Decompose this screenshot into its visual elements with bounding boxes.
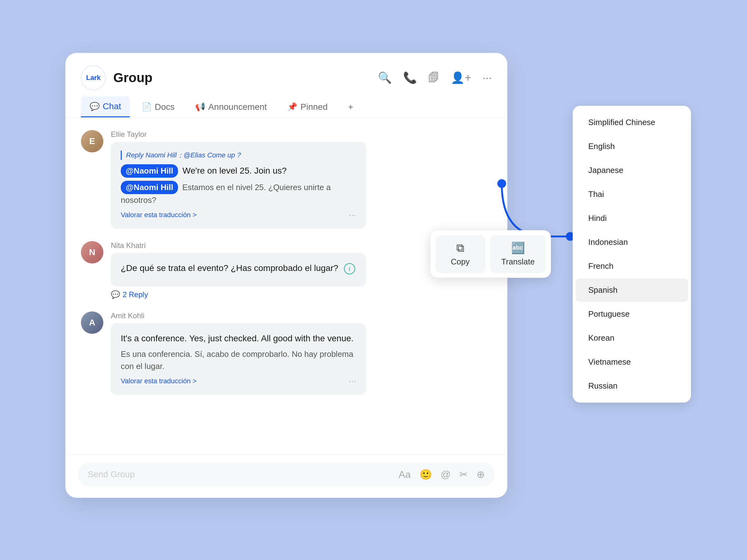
translate-button[interactable]: 🔤 Translate — [490, 235, 546, 273]
header-icons: 🔍 📞 🗐 👤+ ··· — [378, 71, 492, 84]
reply-icon: 💬 — [111, 290, 120, 299]
bubble-ellie: Reply Naomi Hill：@Elias Come up？ @Naomi … — [111, 142, 366, 229]
dots-menu-amit[interactable]: ··· — [349, 376, 356, 386]
tab-plus[interactable]: + — [340, 97, 362, 117]
avatar-amit: A — [81, 312, 103, 334]
valorar-link-amit[interactable]: Valorar esta traducción > — [121, 377, 197, 385]
message-line1-ellie: @Naomi Hill We're on level 25. Join us? — [121, 164, 356, 178]
tab-pinned[interactable]: 📌 Pinned — [279, 97, 336, 117]
lang-item-hindi[interactable]: Hindi — [576, 207, 688, 230]
valorar-link-ellie[interactable]: Valorar esta traducción > — [121, 211, 197, 219]
scissors-icon[interactable]: ✂ — [459, 469, 468, 480]
message-content-amit: Amit Kohli It's a conference. Yes, just … — [111, 312, 492, 395]
mention-naomi-1: @Naomi Hill — [121, 164, 178, 178]
dots-menu-ellie[interactable]: ··· — [349, 210, 356, 220]
lark-logo: Lark — [81, 65, 106, 90]
lang-item-thai[interactable]: Thai — [576, 183, 688, 206]
emoji-icon[interactable]: 🙂 — [419, 469, 432, 480]
lang-item-vietnamese[interactable]: Vietnamese — [576, 350, 688, 374]
tab-chat[interactable]: 💬 Chat — [81, 97, 130, 117]
input-icons: Aa 🙂 @ ✂ ⊕ — [398, 469, 485, 480]
message-text-amit: It's a conference. Yes, just checked. Al… — [121, 332, 356, 345]
translate-label: Translate — [501, 257, 535, 267]
message-translated-amit: Es una conferencia. Sí, acabo de comprob… — [121, 348, 356, 372]
group-title: Group — [113, 70, 153, 85]
send-group-input[interactable]: Send Group — [88, 470, 392, 479]
input-box: Send Group Aa 🙂 @ ✂ ⊕ — [78, 462, 495, 486]
plus-circle-icon[interactable]: ⊕ — [476, 469, 485, 480]
bubble-footer-amit: Valorar esta traducción > ··· — [121, 376, 356, 386]
lang-item-korean[interactable]: Korean — [576, 326, 688, 350]
announcement-tab-icon: 📢 — [195, 102, 205, 112]
copy-label: Copy — [451, 257, 470, 267]
reply-count-nita[interactable]: 💬 2 Reply — [111, 290, 492, 299]
tabs-bar: 💬 Chat 📄 Docs 📢 Announcement 📌 Pinned + — [81, 97, 492, 117]
message-group-amit: A Amit Kohli It's a conference. Yes, jus… — [81, 312, 492, 395]
tab-docs[interactable]: 📄 Docs — [133, 97, 183, 117]
copy-button[interactable]: ⧉ Copy — [435, 235, 485, 273]
context-popup: ⧉ Copy 🔤 Translate — [431, 230, 551, 278]
lang-item-simplified-chinese[interactable]: Simplified Chinese — [576, 111, 688, 134]
lang-item-portuguese[interactable]: Portuguese — [576, 302, 688, 326]
lang-item-english[interactable]: English — [576, 135, 688, 158]
lang-item-french[interactable]: French — [576, 255, 688, 278]
info-icon-nita[interactable]: i — [344, 263, 355, 274]
translate-icon: 🔤 — [511, 241, 525, 255]
chat-header: Lark Group 🔍 📞 🗐 👤+ ··· 💬 Chat — [66, 53, 507, 117]
docs-tab-icon: 📄 — [141, 102, 152, 112]
add-user-icon[interactable]: 👤+ — [451, 71, 471, 84]
lang-item-spanish[interactable]: Spanish — [576, 278, 688, 302]
message-content-ellie: Ellie Taylor Reply Naomi Hill：@Elias Com… — [111, 130, 492, 229]
more-icon[interactable]: ··· — [483, 71, 492, 84]
avatar-nita: N — [81, 241, 103, 264]
messages-area: E Ellie Taylor Reply Naomi Hill：@Elias C… — [66, 117, 507, 455]
bubble-nita: ¿De qué se trata el evento? ¿Has comprob… — [111, 253, 366, 287]
font-size-icon[interactable]: Aa — [398, 469, 411, 480]
at-mention-icon[interactable]: @ — [441, 469, 451, 480]
lang-item-russian[interactable]: Russian — [576, 374, 688, 398]
lang-item-indonesian[interactable]: Indonesian — [576, 231, 688, 254]
pinned-tab-icon: 📌 — [287, 102, 297, 112]
info-box-icon[interactable]: 🗐 — [428, 71, 439, 84]
message-line2-ellie: @Naomi Hill Estamos en el nivel 25. ¿Qui… — [121, 181, 356, 206]
language-panel: Simplified Chinese English Japanese Thai… — [573, 106, 691, 403]
sender-name-amit: Amit Kohli — [111, 312, 492, 320]
copy-icon: ⧉ — [456, 241, 464, 255]
bubble-footer-ellie: Valorar esta traducción > ··· — [121, 210, 356, 220]
message-text-nita: ¿De qué se trata el evento? ¿Has comprob… — [121, 262, 356, 275]
chat-tab-icon: 💬 — [89, 102, 100, 111]
message-group-ellie: E Ellie Taylor Reply Naomi Hill：@Elias C… — [81, 130, 492, 229]
input-area: Send Group Aa 🙂 @ ✂ ⊕ — [66, 455, 507, 498]
search-icon[interactable]: 🔍 — [378, 71, 392, 84]
reply-indicator-ellie: Reply Naomi Hill：@Elias Come up？ — [121, 151, 356, 160]
sender-name-ellie: Ellie Taylor — [111, 130, 492, 139]
bubble-amit: It's a conference. Yes, just checked. Al… — [111, 323, 366, 395]
tab-announcement[interactable]: 📢 Announcement — [186, 97, 276, 117]
scene: Lark Group 🔍 📞 🗐 👤+ ··· 💬 Chat — [47, 37, 700, 523]
phone-icon[interactable]: 📞 — [403, 71, 417, 84]
avatar-ellie: E — [81, 130, 103, 153]
lang-item-japanese[interactable]: Japanese — [576, 159, 688, 182]
mention-naomi-2: @Naomi Hill — [121, 181, 178, 194]
